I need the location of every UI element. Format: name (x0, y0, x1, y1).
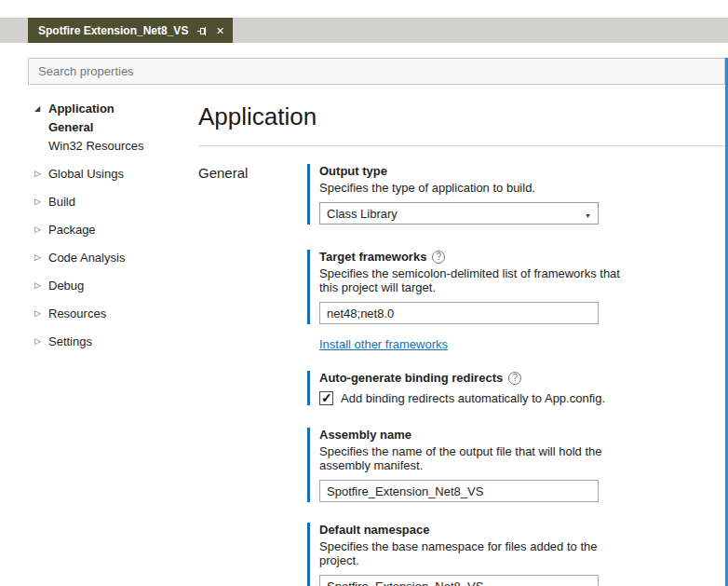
output-type-dropdown[interactable]: Class Library (319, 202, 599, 225)
sidebar-item-label: Code Analysis (48, 251, 125, 265)
sidebar-item-label: Application (48, 102, 115, 116)
chevron-down-icon (585, 207, 591, 221)
expand-icon[interactable] (28, 104, 48, 113)
close-icon[interactable] (216, 24, 223, 37)
sidebar-item-label: General (48, 120, 93, 134)
default-namespace-label: Default namespace (319, 523, 430, 537)
title-divider (198, 145, 725, 146)
target-frameworks-input[interactable] (319, 302, 599, 324)
sidebar-item-win32-resources[interactable]: Win32 Resources (28, 136, 195, 155)
sidebar-item-label: Resources (48, 307, 106, 320)
page-title: Application (198, 102, 317, 131)
sidebar-item-resources[interactable]: Resources (28, 304, 195, 322)
sidebar-item-application[interactable]: Application (28, 99, 195, 117)
binding-redirects-checkbox[interactable] (319, 391, 333, 405)
collapse-icon[interactable] (28, 169, 48, 178)
fields-column: Output type Specifies the type of applic… (307, 164, 624, 586)
assembly-name-description: Specifies the name of the output file th… (319, 444, 624, 472)
sidebar-item-build[interactable]: Build (28, 192, 195, 211)
sidebar-item-label: Win32 Resources (48, 139, 144, 153)
binding-redirects-field: Auto-generate binding redirects Add bind… (307, 371, 624, 405)
install-frameworks-link[interactable]: Install other frameworks (319, 337, 448, 351)
install-frameworks-row: Install other frameworks (307, 335, 624, 352)
properties-page: Spotfire Extension_Net8_VS Application G… (0, 0, 728, 586)
help-icon[interactable] (508, 372, 521, 385)
output-type-value: Class Library (327, 207, 585, 221)
help-icon[interactable] (432, 251, 445, 264)
tab-title: Spotfire Extension_Net8_VS (38, 24, 188, 37)
collapse-icon[interactable] (28, 225, 48, 234)
output-type-label: Output type (319, 164, 387, 178)
sidebar-item-code-analysis[interactable]: Code Analysis (28, 248, 195, 266)
binding-redirects-checkbox-label: Add binding redirects automatically to A… (341, 391, 605, 405)
assembly-name-field: Assembly name Specifies the name of the … (307, 428, 624, 502)
target-frameworks-description: Specifies the semicolon-delimited list o… (319, 266, 624, 294)
sidebar-item-global-usings[interactable]: Global Usings (28, 164, 195, 183)
target-frameworks-field: Target frameworks Specifies the semicolo… (307, 250, 624, 324)
sidebar-item-settings[interactable]: Settings (28, 332, 195, 350)
sidebar-item-debug[interactable]: Debug (28, 276, 195, 294)
output-type-description: Specifies the type of application to bui… (319, 181, 624, 195)
sidebar-item-label: Package (48, 223, 96, 237)
default-namespace-field: Default namespace Specifies the base nam… (307, 523, 624, 586)
sidebar-item-package[interactable]: Package (28, 220, 195, 238)
assembly-name-label: Assembly name (319, 428, 411, 442)
tab-strip: Spotfire Extension_Net8_VS (0, 18, 728, 43)
sidebar-nav: Application General Win32 Resources Glob… (28, 99, 195, 350)
document-tab[interactable]: Spotfire Extension_Net8_VS (28, 18, 233, 43)
section-label-general: General (198, 165, 248, 181)
collapse-icon[interactable] (28, 336, 48, 346)
output-type-field: Output type Specifies the type of applic… (307, 164, 624, 225)
assembly-name-input[interactable] (319, 480, 599, 502)
sidebar-item-label: Settings (48, 334, 92, 348)
pin-icon[interactable] (196, 25, 208, 36)
collapse-icon[interactable] (28, 308, 48, 318)
collapse-icon[interactable] (28, 252, 48, 262)
default-namespace-description: Specifies the base namespace for files a… (319, 539, 624, 567)
sidebar-item-label: Debug (48, 279, 84, 293)
sidebar-item-label: Build (48, 195, 75, 209)
collapse-icon[interactable] (28, 280, 48, 290)
sidebar-item-label: Global Usings (48, 167, 124, 181)
search-input[interactable] (28, 58, 725, 85)
collapse-icon[interactable] (28, 197, 48, 206)
sidebar-item-general[interactable]: General (28, 117, 195, 136)
default-namespace-input[interactable] (319, 575, 599, 586)
binding-redirects-label: Auto-generate binding redirects (319, 371, 503, 385)
target-frameworks-label: Target frameworks (319, 250, 426, 264)
